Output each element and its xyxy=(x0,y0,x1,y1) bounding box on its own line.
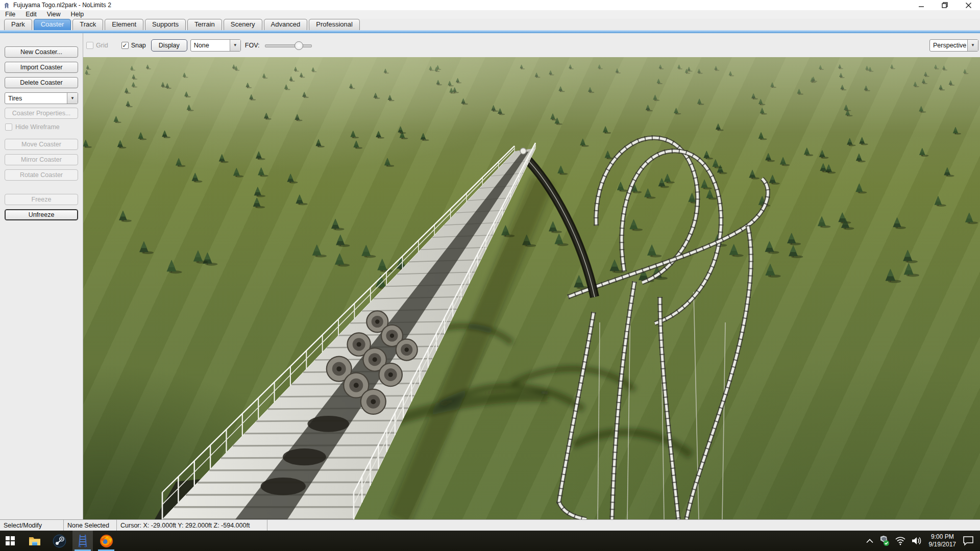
tab-professional[interactable]: Professional xyxy=(309,19,360,30)
display-mode-value: None xyxy=(191,42,230,49)
viewport-toolbar: Grid ✓ Snap Display None ▼ FOV: Perspect… xyxy=(83,33,980,57)
tab-track[interactable]: Track xyxy=(72,19,103,30)
snap-label: Snap xyxy=(131,42,146,49)
status-bar: Select/Modify None Selected Cursor: X: -… xyxy=(0,519,980,531)
new-coaster-button[interactable]: New Coaster... xyxy=(5,46,78,58)
unfreeze-button[interactable]: Unfreeze xyxy=(5,209,78,220)
menu-bar: File Edit View Help xyxy=(0,10,980,19)
clock-date: 9/19/2017 xyxy=(929,541,956,548)
grid-label: Grid xyxy=(96,42,108,49)
menu-edit[interactable]: Edit xyxy=(20,10,42,19)
coaster-style-dropdown[interactable]: Tires ▼ xyxy=(5,92,78,104)
file-explorer-icon[interactable] xyxy=(24,531,45,551)
title-bar[interactable]: Fujuyama Togo.nl2park - NoLimits 2 xyxy=(0,0,980,11)
tab-park[interactable]: Park xyxy=(4,19,32,30)
grid-checkbox xyxy=(86,42,93,49)
status-selection: None Selected xyxy=(64,520,117,531)
camera-view-value: Perspective xyxy=(930,42,967,49)
tray-app-status-icon[interactable] xyxy=(876,531,892,551)
minimize-button[interactable] xyxy=(910,0,933,10)
tab-coaster[interactable]: Coaster xyxy=(34,19,71,30)
display-mode-dropdown[interactable]: None ▼ xyxy=(190,39,241,52)
close-button[interactable] xyxy=(957,0,980,10)
windows-taskbar: 9:00 PM 9/19/2017 xyxy=(0,531,980,551)
3d-viewport[interactable] xyxy=(83,57,980,519)
rotate-coaster-button: Rotate Coaster xyxy=(5,169,78,181)
freeze-button: Freeze xyxy=(5,194,78,205)
status-empty xyxy=(267,520,980,531)
hide-wireframe-checkbox xyxy=(5,123,12,131)
move-coaster-button: Move Coaster xyxy=(5,139,78,150)
camera-view-dropdown[interactable]: Perspective ▼ xyxy=(929,39,978,52)
fov-slider[interactable] xyxy=(265,41,312,50)
hide-wireframe-label: Hide Wireframe xyxy=(15,123,60,131)
menu-view[interactable]: View xyxy=(42,10,66,19)
tab-terrain[interactable]: Terrain xyxy=(187,19,222,30)
window-title: Fujuyama Togo.nl2park - NoLimits 2 xyxy=(13,2,111,9)
steam-icon[interactable] xyxy=(49,531,69,551)
nolimits2-taskbar-icon[interactable] xyxy=(72,531,93,551)
tab-element[interactable]: Element xyxy=(105,19,143,30)
fov-slider-track xyxy=(265,44,312,47)
coaster-style-value: Tires xyxy=(5,95,67,102)
tab-advanced[interactable]: Advanced xyxy=(264,19,308,30)
restore-button[interactable] xyxy=(933,0,957,10)
display-button[interactable]: Display xyxy=(151,39,187,52)
clock-time: 9:00 PM xyxy=(929,533,956,541)
chevron-down-icon: ▼ xyxy=(967,40,978,51)
coaster-scene xyxy=(83,57,980,519)
fov-slider-thumb[interactable] xyxy=(295,41,303,50)
taskbar-clock[interactable]: 9:00 PM 9/19/2017 xyxy=(925,533,960,548)
fov-label: FOV: xyxy=(245,42,260,49)
action-center-icon[interactable] xyxy=(960,531,980,551)
delete-coaster-button[interactable]: Delete Coaster xyxy=(5,77,78,88)
firefox-icon[interactable] xyxy=(96,531,116,551)
mirror-coaster-button: Mirror Coaster xyxy=(5,154,78,165)
speaker-icon[interactable] xyxy=(909,531,925,551)
tab-supports[interactable]: Supports xyxy=(145,19,186,30)
tray-chevron-up-icon[interactable] xyxy=(864,531,876,551)
system-tray: 9:00 PM 9/19/2017 xyxy=(864,531,980,551)
chevron-down-icon: ▼ xyxy=(230,40,240,51)
coaster-sidebar: New Coaster... Import Coaster Delete Coa… xyxy=(0,33,83,519)
coaster-properties-button: Coaster Properties... xyxy=(5,108,78,119)
editor-tabs: Park Coaster Track Element Supports Terr… xyxy=(0,19,980,30)
status-cursor-coords: Cursor: X: -29.000ft Y: 292.000ft Z: -59… xyxy=(117,520,267,531)
snap-checkbox[interactable]: ✓ xyxy=(121,42,129,49)
hide-wireframe-row: Hide Wireframe xyxy=(5,123,60,131)
start-button[interactable] xyxy=(0,531,20,551)
wifi-icon[interactable] xyxy=(892,531,909,551)
nolimits2-window: Fujuyama Togo.nl2park - NoLimits 2 File … xyxy=(0,0,980,551)
menu-help[interactable]: Help xyxy=(66,10,89,19)
app-logo-icon xyxy=(3,2,10,9)
menu-file[interactable]: File xyxy=(0,10,20,19)
tab-scenery[interactable]: Scenery xyxy=(224,19,262,30)
chevron-down-icon: ▼ xyxy=(67,93,78,104)
import-coaster-button[interactable]: Import Coaster xyxy=(5,62,78,73)
status-mode: Select/Modify xyxy=(0,520,64,531)
